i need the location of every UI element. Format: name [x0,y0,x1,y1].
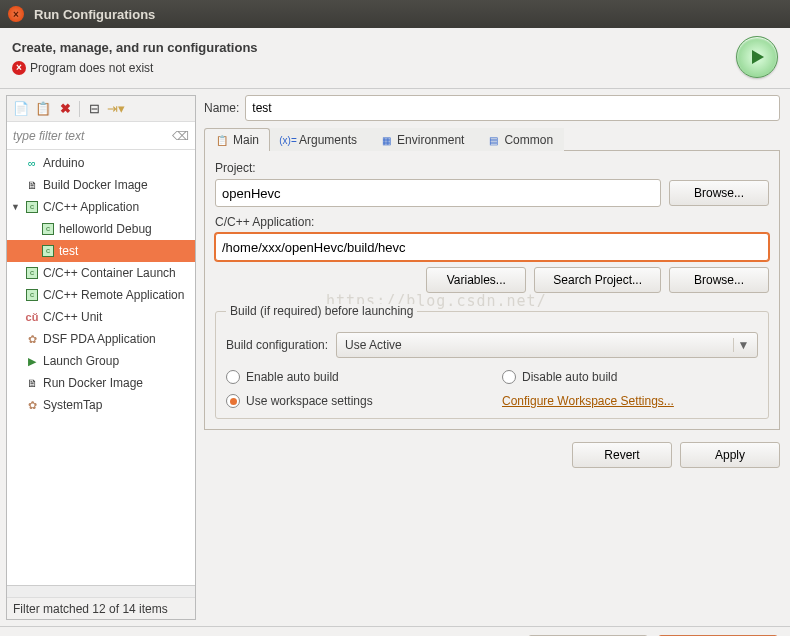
filter-menu-button[interactable]: ⇥▾ [106,99,126,119]
project-label: Project: [215,161,769,175]
delete-config-button[interactable]: ✖ [55,99,75,119]
tree-item-helloworld[interactable]: chelloworld Debug [7,218,195,240]
tree-item-cpp-unit[interactable]: cŭC/C++ Unit [7,306,195,328]
tree-item-cpp-container[interactable]: cC/C++ Container Launch [7,262,195,284]
build-conf-label: Build configuration: [226,338,328,352]
build-conf-value: Use Active [345,338,402,352]
error-icon: × [12,61,26,75]
build-group: https://blog.csdn.net/ Build (if require… [215,311,769,419]
use-workspace-radio[interactable]: Use workspace settings [226,394,482,408]
filter-placeholder: type filter text [13,129,84,143]
configure-workspace-link[interactable]: Configure Workspace Settings... [502,394,674,408]
play-icon: ▶ [25,354,39,368]
dialog-footer: ? Close Run [0,626,790,636]
c-app-icon: c [25,288,39,302]
name-input[interactable] [245,95,780,121]
arduino-icon: ∞ [25,156,39,170]
tree-item-dsf-pda[interactable]: ✿DSF PDA Application [7,328,195,350]
c-app-icon: c [41,222,55,236]
app-path-input[interactable] [215,233,769,261]
project-browse-button[interactable]: Browse... [669,180,769,206]
config-editor: Name: 📋Main (x)=Arguments ▦Environment ▤… [196,89,790,626]
tree-item-cpp-remote[interactable]: cC/C++ Remote Application [7,284,195,306]
horizontal-scrollbar[interactable] [7,585,195,597]
titlebar: × Run Configurations [0,0,790,28]
args-tab-icon: (x)= [281,133,295,147]
tab-bar: 📋Main (x)=Arguments ▦Environment ▤Common [204,127,780,151]
disable-auto-build-radio[interactable]: Disable auto build [502,370,758,384]
tree-toolbar: 📄 📋 ✖ ⊟ ⇥▾ [7,96,195,122]
config-tree-panel: 📄 📋 ✖ ⊟ ⇥▾ type filter text ⌫ ∞Arduino 🗎… [6,95,196,620]
header-error-text: Program does not exist [30,61,153,75]
config-tree: ∞Arduino 🗎Build Docker Image ▼cC/C++ App… [7,150,195,585]
header-error: × Program does not exist [12,61,736,75]
name-label: Name: [204,101,239,115]
docker-run-icon: 🗎 [25,376,39,390]
tree-item-arduino[interactable]: ∞Arduino [7,152,195,174]
c-app-icon: c [25,266,39,280]
tab-main-content: Project: Browse... C/C++ Application: Va… [204,151,780,430]
radio-icon [226,394,240,408]
build-group-title: Build (if required) before launching [226,304,417,318]
tab-main[interactable]: 📋Main [204,128,270,151]
radio-icon [502,370,516,384]
tab-common[interactable]: ▤Common [475,128,564,151]
tree-item-run-docker[interactable]: 🗎Run Docker Image [7,372,195,394]
dialog-header: Create, manage, and run configurations ×… [0,28,790,89]
clear-filter-icon[interactable]: ⌫ [172,129,189,143]
filter-status: Filter matched 12 of 14 items [7,597,195,619]
radio-icon [226,370,240,384]
svg-marker-0 [752,50,764,64]
gear-icon: ✿ [25,332,39,346]
variables-button[interactable]: Variables... [426,267,526,293]
apply-button[interactable]: Apply [680,442,780,468]
filter-input[interactable]: type filter text ⌫ [7,122,195,150]
docker-build-icon: 🗎 [25,178,39,192]
run-hero-icon [736,36,778,78]
window-close-button[interactable]: × [8,6,24,22]
project-input[interactable] [215,179,661,207]
c-app-icon: c [41,244,55,258]
new-config-button[interactable]: 📄 [11,99,31,119]
gear-icon: ✿ [25,398,39,412]
chevron-down-icon: ▼ [733,338,753,352]
main-tab-icon: 📋 [215,133,229,147]
app-label: C/C++ Application: [215,215,769,229]
tab-environment[interactable]: ▦Environment [368,128,475,151]
revert-button[interactable]: Revert [572,442,672,468]
window-title: Run Configurations [34,7,155,22]
enable-auto-build-radio[interactable]: Enable auto build [226,370,482,384]
c-app-icon: c [25,200,39,214]
header-title: Create, manage, and run configurations [12,40,736,55]
tree-item-build-docker[interactable]: 🗎Build Docker Image [7,174,195,196]
tree-item-cpp-app[interactable]: ▼cC/C++ Application [7,196,195,218]
common-tab-icon: ▤ [486,133,500,147]
c-unit-icon: cŭ [25,310,39,324]
search-project-button[interactable]: Search Project... [534,267,661,293]
app-browse-button[interactable]: Browse... [669,267,769,293]
disclosure-icon[interactable]: ▼ [11,202,20,212]
collapse-all-button[interactable]: ⊟ [84,99,104,119]
env-tab-icon: ▦ [379,133,393,147]
tree-item-test[interactable]: ctest [7,240,195,262]
tree-item-launch-group[interactable]: ▶Launch Group [7,350,195,372]
tab-arguments[interactable]: (x)=Arguments [270,128,368,151]
build-conf-select[interactable]: Use Active ▼ [336,332,758,358]
tree-item-systemtap[interactable]: ✿SystemTap [7,394,195,416]
duplicate-config-button[interactable]: 📋 [33,99,53,119]
